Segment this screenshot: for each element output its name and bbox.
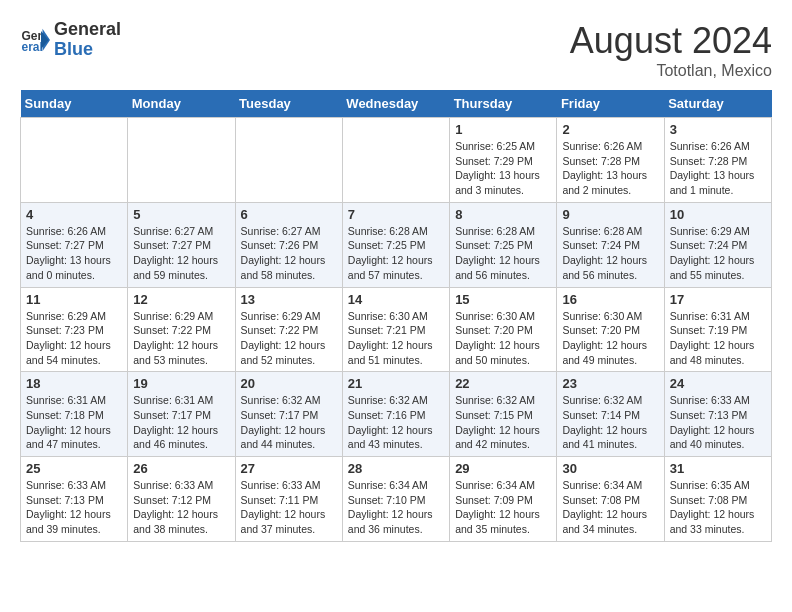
day-number: 2: [562, 122, 658, 137]
calendar-cell: [21, 118, 128, 203]
day-number: 10: [670, 207, 766, 222]
day-info: Sunrise: 6:30 AM Sunset: 7:20 PM Dayligh…: [455, 309, 551, 368]
day-info: Sunrise: 6:33 AM Sunset: 7:13 PM Dayligh…: [670, 393, 766, 452]
day-info: Sunrise: 6:31 AM Sunset: 7:17 PM Dayligh…: [133, 393, 229, 452]
day-number: 26: [133, 461, 229, 476]
day-number: 20: [241, 376, 337, 391]
day-info: Sunrise: 6:34 AM Sunset: 7:10 PM Dayligh…: [348, 478, 444, 537]
day-number: 15: [455, 292, 551, 307]
day-info: Sunrise: 6:32 AM Sunset: 7:14 PM Dayligh…: [562, 393, 658, 452]
calendar-cell: 23Sunrise: 6:32 AM Sunset: 7:14 PM Dayli…: [557, 372, 664, 457]
calendar-cell: 21Sunrise: 6:32 AM Sunset: 7:16 PM Dayli…: [342, 372, 449, 457]
day-number: 12: [133, 292, 229, 307]
calendar-cell: 7Sunrise: 6:28 AM Sunset: 7:25 PM Daylig…: [342, 202, 449, 287]
calendar-cell: 20Sunrise: 6:32 AM Sunset: 7:17 PM Dayli…: [235, 372, 342, 457]
calendar-cell: 15Sunrise: 6:30 AM Sunset: 7:20 PM Dayli…: [450, 287, 557, 372]
calendar-cell: 29Sunrise: 6:34 AM Sunset: 7:09 PM Dayli…: [450, 457, 557, 542]
calendar-cell: 1Sunrise: 6:25 AM Sunset: 7:29 PM Daylig…: [450, 118, 557, 203]
day-info: Sunrise: 6:28 AM Sunset: 7:24 PM Dayligh…: [562, 224, 658, 283]
day-info: Sunrise: 6:31 AM Sunset: 7:18 PM Dayligh…: [26, 393, 122, 452]
logo: Gen eral General Blue: [20, 20, 121, 60]
calendar-cell: 2Sunrise: 6:26 AM Sunset: 7:28 PM Daylig…: [557, 118, 664, 203]
day-number: 23: [562, 376, 658, 391]
day-info: Sunrise: 6:29 AM Sunset: 7:24 PM Dayligh…: [670, 224, 766, 283]
day-number: 4: [26, 207, 122, 222]
calendar-cell: 22Sunrise: 6:32 AM Sunset: 7:15 PM Dayli…: [450, 372, 557, 457]
calendar-cell: 16Sunrise: 6:30 AM Sunset: 7:20 PM Dayli…: [557, 287, 664, 372]
calendar-cell: 28Sunrise: 6:34 AM Sunset: 7:10 PM Dayli…: [342, 457, 449, 542]
day-number: 24: [670, 376, 766, 391]
calendar-cell: 26Sunrise: 6:33 AM Sunset: 7:12 PM Dayli…: [128, 457, 235, 542]
calendar-cell: [342, 118, 449, 203]
day-number: 9: [562, 207, 658, 222]
calendar-week-row: 25Sunrise: 6:33 AM Sunset: 7:13 PM Dayli…: [21, 457, 772, 542]
day-number: 29: [455, 461, 551, 476]
calendar-header-row: SundayMondayTuesdayWednesdayThursdayFrid…: [21, 90, 772, 118]
svg-text:eral: eral: [22, 39, 43, 53]
day-info: Sunrise: 6:26 AM Sunset: 7:28 PM Dayligh…: [562, 139, 658, 198]
day-info: Sunrise: 6:29 AM Sunset: 7:22 PM Dayligh…: [133, 309, 229, 368]
calendar-cell: 19Sunrise: 6:31 AM Sunset: 7:17 PM Dayli…: [128, 372, 235, 457]
day-number: 14: [348, 292, 444, 307]
calendar-cell: [235, 118, 342, 203]
calendar-cell: 12Sunrise: 6:29 AM Sunset: 7:22 PM Dayli…: [128, 287, 235, 372]
calendar-cell: 18Sunrise: 6:31 AM Sunset: 7:18 PM Dayli…: [21, 372, 128, 457]
day-info: Sunrise: 6:32 AM Sunset: 7:16 PM Dayligh…: [348, 393, 444, 452]
column-header-sunday: Sunday: [21, 90, 128, 118]
calendar-cell: 27Sunrise: 6:33 AM Sunset: 7:11 PM Dayli…: [235, 457, 342, 542]
page-header: Gen eral General Blue August 2024 Tototl…: [20, 20, 772, 80]
calendar-cell: 31Sunrise: 6:35 AM Sunset: 7:08 PM Dayli…: [664, 457, 771, 542]
calendar-cell: 24Sunrise: 6:33 AM Sunset: 7:13 PM Dayli…: [664, 372, 771, 457]
day-number: 6: [241, 207, 337, 222]
day-info: Sunrise: 6:29 AM Sunset: 7:22 PM Dayligh…: [241, 309, 337, 368]
logo-blue: Blue: [54, 40, 121, 60]
day-info: Sunrise: 6:27 AM Sunset: 7:27 PM Dayligh…: [133, 224, 229, 283]
location: Tototlan, Mexico: [570, 62, 772, 80]
calendar-week-row: 1Sunrise: 6:25 AM Sunset: 7:29 PM Daylig…: [21, 118, 772, 203]
day-number: 17: [670, 292, 766, 307]
calendar-week-row: 18Sunrise: 6:31 AM Sunset: 7:18 PM Dayli…: [21, 372, 772, 457]
day-info: Sunrise: 6:32 AM Sunset: 7:17 PM Dayligh…: [241, 393, 337, 452]
day-number: 22: [455, 376, 551, 391]
logo-icon: Gen eral: [20, 25, 50, 55]
day-number: 28: [348, 461, 444, 476]
day-number: 8: [455, 207, 551, 222]
day-number: 7: [348, 207, 444, 222]
calendar-week-row: 4Sunrise: 6:26 AM Sunset: 7:27 PM Daylig…: [21, 202, 772, 287]
day-number: 31: [670, 461, 766, 476]
calendar-cell: 6Sunrise: 6:27 AM Sunset: 7:26 PM Daylig…: [235, 202, 342, 287]
calendar-cell: 5Sunrise: 6:27 AM Sunset: 7:27 PM Daylig…: [128, 202, 235, 287]
day-number: 25: [26, 461, 122, 476]
day-info: Sunrise: 6:31 AM Sunset: 7:19 PM Dayligh…: [670, 309, 766, 368]
day-number: 11: [26, 292, 122, 307]
day-number: 3: [670, 122, 766, 137]
day-info: Sunrise: 6:26 AM Sunset: 7:28 PM Dayligh…: [670, 139, 766, 198]
day-info: Sunrise: 6:35 AM Sunset: 7:08 PM Dayligh…: [670, 478, 766, 537]
calendar-cell: 4Sunrise: 6:26 AM Sunset: 7:27 PM Daylig…: [21, 202, 128, 287]
calendar-cell: 3Sunrise: 6:26 AM Sunset: 7:28 PM Daylig…: [664, 118, 771, 203]
day-info: Sunrise: 6:34 AM Sunset: 7:08 PM Dayligh…: [562, 478, 658, 537]
column-header-thursday: Thursday: [450, 90, 557, 118]
column-header-friday: Friday: [557, 90, 664, 118]
title-area: August 2024 Tototlan, Mexico: [570, 20, 772, 80]
column-header-monday: Monday: [128, 90, 235, 118]
calendar-cell: 17Sunrise: 6:31 AM Sunset: 7:19 PM Dayli…: [664, 287, 771, 372]
logo-general: General: [54, 20, 121, 40]
day-info: Sunrise: 6:25 AM Sunset: 7:29 PM Dayligh…: [455, 139, 551, 198]
calendar-cell: 25Sunrise: 6:33 AM Sunset: 7:13 PM Dayli…: [21, 457, 128, 542]
day-info: Sunrise: 6:28 AM Sunset: 7:25 PM Dayligh…: [348, 224, 444, 283]
column-header-wednesday: Wednesday: [342, 90, 449, 118]
day-number: 5: [133, 207, 229, 222]
day-info: Sunrise: 6:34 AM Sunset: 7:09 PM Dayligh…: [455, 478, 551, 537]
day-info: Sunrise: 6:33 AM Sunset: 7:12 PM Dayligh…: [133, 478, 229, 537]
day-number: 30: [562, 461, 658, 476]
column-header-tuesday: Tuesday: [235, 90, 342, 118]
calendar-cell: [128, 118, 235, 203]
day-info: Sunrise: 6:29 AM Sunset: 7:23 PM Dayligh…: [26, 309, 122, 368]
calendar-cell: 8Sunrise: 6:28 AM Sunset: 7:25 PM Daylig…: [450, 202, 557, 287]
logo-text: General Blue: [54, 20, 121, 60]
calendar-cell: 9Sunrise: 6:28 AM Sunset: 7:24 PM Daylig…: [557, 202, 664, 287]
calendar-cell: 13Sunrise: 6:29 AM Sunset: 7:22 PM Dayli…: [235, 287, 342, 372]
calendar-week-row: 11Sunrise: 6:29 AM Sunset: 7:23 PM Dayli…: [21, 287, 772, 372]
day-info: Sunrise: 6:30 AM Sunset: 7:20 PM Dayligh…: [562, 309, 658, 368]
